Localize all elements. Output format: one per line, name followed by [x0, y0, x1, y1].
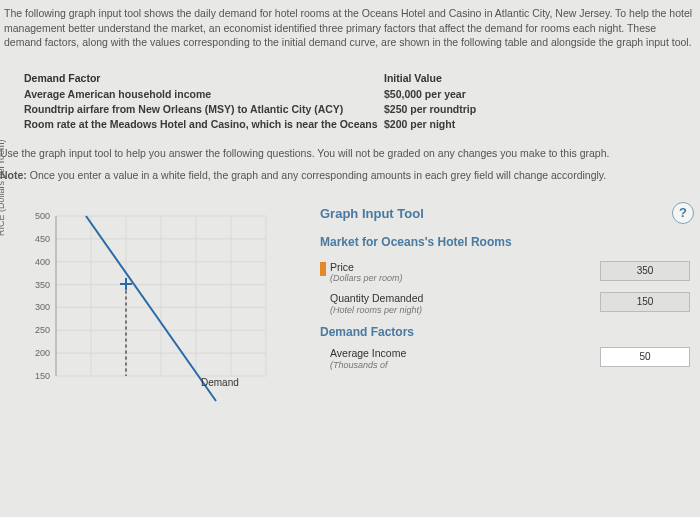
- income-row: Average Income (Thousands of 50: [320, 347, 690, 370]
- quantity-label: Quantity Demanded: [330, 292, 600, 305]
- tool-subtitle: Market for Oceans's Hotel Rooms: [320, 235, 690, 249]
- tick-label: 300: [35, 302, 50, 312]
- price-field: 350: [600, 261, 690, 281]
- table-cell: $50,000 per year: [384, 88, 544, 100]
- quantity-row: Quantity Demanded (Hotel rooms per night…: [320, 292, 690, 315]
- help-icon[interactable]: ?: [672, 202, 694, 224]
- drag-handle-icon[interactable]: [320, 262, 326, 276]
- table-header-value: Initial Value: [384, 72, 544, 84]
- demand-factor-table: Demand Factor Initial Value Average Amer…: [24, 72, 676, 130]
- demand-chart[interactable]: RICE (Dollars per room) 500 450 400: [0, 206, 300, 406]
- intro-paragraph: The following graph input tool shows the…: [0, 0, 700, 60]
- y-axis-label: RICE (Dollars per room): [0, 139, 6, 236]
- tick-label: 500: [35, 211, 50, 221]
- tick-label: 150: [35, 371, 50, 381]
- price-sublabel: (Dollars per room): [330, 273, 600, 284]
- table-cell: Roundtrip airfare from New Orleans (MSY)…: [24, 103, 384, 115]
- chart-svg[interactable]: 500 450 400 350 300 250 200 150 Demand: [16, 206, 296, 406]
- table-row: Room rate at the Meadows Hotel and Casin…: [24, 118, 676, 130]
- table-cell: Average American household income: [24, 88, 384, 100]
- quantity-field: 150: [600, 292, 690, 312]
- graph-input-tool-panel: ? Graph Input Tool Market for Oceans's H…: [300, 206, 700, 406]
- income-sublabel: (Thousands of: [330, 360, 600, 371]
- table-cell: $250 per roundtrip: [384, 103, 544, 115]
- table-cell: $200 per night: [384, 118, 544, 130]
- income-label: Average Income: [330, 347, 600, 360]
- tick-label: 250: [35, 325, 50, 335]
- tick-label: 450: [35, 233, 50, 243]
- table-row: Average American household income $50,00…: [24, 88, 676, 100]
- tick-label: 400: [35, 256, 50, 266]
- price-label: Price: [330, 261, 600, 274]
- note-text: Once you enter a value in a white field,…: [27, 169, 606, 181]
- table-cell: Room rate at the Meadows Hotel and Casin…: [24, 118, 384, 130]
- quantity-sublabel: (Hotel rooms per night): [330, 305, 600, 316]
- instructions-block: Use the graph input tool to help you ans…: [0, 140, 700, 184]
- price-row: Price (Dollars per room) 350: [320, 261, 690, 284]
- income-input[interactable]: 50: [600, 347, 690, 367]
- tool-title: Graph Input Tool: [320, 206, 690, 221]
- instructions-line: Use the graph input tool to help you ans…: [0, 146, 696, 162]
- tick-label: 200: [35, 348, 50, 358]
- note-line: Note: Once you enter a value in a white …: [0, 168, 696, 184]
- demand-factors-heading: Demand Factors: [320, 325, 690, 339]
- tick-label: 350: [35, 279, 50, 289]
- table-header-factor: Demand Factor: [24, 72, 384, 84]
- series-label: Demand: [201, 377, 239, 388]
- table-row: Roundtrip airfare from New Orleans (MSY)…: [24, 103, 676, 115]
